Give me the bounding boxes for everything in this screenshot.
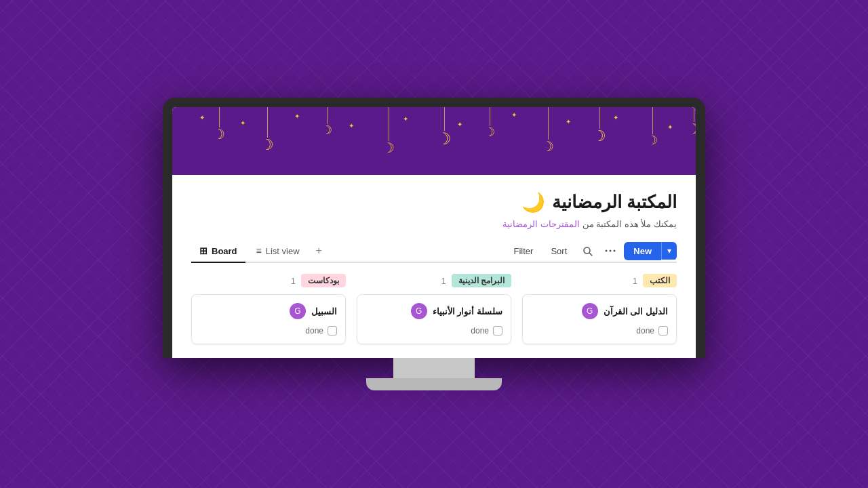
- card-checkbox-row-0: done: [531, 326, 668, 336]
- tab-board-label: Board: [212, 246, 237, 256]
- card-checkbox-2[interactable]: [328, 326, 337, 336]
- search-button[interactable]: [578, 241, 597, 260]
- svg-line-1: [589, 253, 592, 256]
- card-checkbox-1[interactable]: [493, 326, 502, 336]
- board-area: الكتب1الدليل الى القرآنGdoneالبرامج الدي…: [172, 263, 696, 358]
- board-card-1: سلسلة أنوار الأنبياءGdone: [357, 294, 511, 344]
- monitor-body: ✦✦✦✦✦✦✦✦✦✦✦☽☽☽☽☽☽☽☽☽☽ المكتبة الرمضانية …: [163, 98, 705, 358]
- filter-button[interactable]: Filter: [507, 243, 540, 260]
- banner-decoration: ✦✦✦✦✦✦✦✦✦✦✦☽☽☽☽☽☽☽☽☽☽: [172, 107, 696, 175]
- card-avatar-0: G: [582, 303, 598, 319]
- monitor-stand-top: [393, 358, 475, 378]
- new-button-group: New ▾: [624, 242, 677, 260]
- monitor-stand-base: [366, 378, 502, 390]
- more-icon: [605, 249, 616, 252]
- toolbar-actions: Filter Sort: [507, 241, 677, 260]
- svg-point-2: [606, 250, 608, 252]
- subtitle-text: يمكنك ملأ هذه المكتبة من: [583, 219, 677, 229]
- toolbar-tabs: ⊞ Board ≡ List view +: [191, 240, 328, 262]
- card-checkbox-row-2: done: [200, 326, 337, 336]
- tab-list-view[interactable]: ≡ List view: [248, 240, 308, 263]
- app-title-row: المكتبة الرمضانية 🌙: [191, 191, 677, 214]
- column-header-1: البرامج الدينية1: [357, 274, 511, 287]
- card-avatar-2: G: [290, 303, 306, 319]
- monitor-shell: ✦✦✦✦✦✦✦✦✦✦✦☽☽☽☽☽☽☽☽☽☽ المكتبة الرمضانية …: [163, 98, 705, 390]
- subtitle-link[interactable]: المقترحات الرمضانية: [502, 219, 580, 229]
- app-title: المكتبة الرمضانية: [552, 192, 677, 213]
- column-tag-2: بودكاست: [301, 274, 346, 287]
- column-count-0: 1: [633, 276, 637, 286]
- card-checkbox-row-1: done: [366, 326, 502, 336]
- svg-point-4: [614, 250, 616, 252]
- card-title-row-2: السبيلG: [200, 303, 337, 319]
- card-avatar-1: G: [411, 303, 427, 319]
- card-checkbox-0[interactable]: [658, 326, 668, 336]
- column-count-2: 1: [291, 276, 296, 286]
- new-button[interactable]: New: [624, 242, 661, 260]
- sort-button[interactable]: Sort: [544, 243, 574, 260]
- board-column-2: بودكاست1السبيلGdone: [191, 274, 346, 344]
- board-icon: ⊞: [199, 245, 208, 256]
- new-dropdown-button[interactable]: ▾: [661, 242, 677, 260]
- toolbar: ⊞ Board ≡ List view + Filter Sort: [191, 240, 677, 263]
- card-checkbox-label-2: done: [305, 326, 323, 336]
- column-tag-0: الكتب: [643, 274, 677, 287]
- ramadan-moon-icon: 🌙: [521, 191, 545, 214]
- svg-point-3: [610, 250, 612, 252]
- column-tag-1: البرامج الدينية: [452, 274, 511, 287]
- card-checkbox-label-0: done: [636, 326, 654, 336]
- column-count-1: 1: [441, 276, 446, 286]
- column-header-2: بودكاست1: [191, 274, 346, 287]
- card-title-text-2: السبيل: [311, 306, 337, 317]
- card-title-row-1: سلسلة أنوار الأنبياءG: [366, 303, 502, 319]
- board-card-0: الدليل الى القرآنGdone: [522, 294, 677, 344]
- more-button[interactable]: [601, 241, 620, 260]
- card-title-text-1: سلسلة أنوار الأنبياء: [433, 306, 502, 317]
- tab-board[interactable]: ⊞ Board: [191, 240, 245, 263]
- app-subtitle: يمكنك ملأ هذه المكتبة من المقترحات الرمض…: [191, 219, 677, 229]
- card-checkbox-label-1: done: [471, 326, 489, 336]
- board-card-2: السبيلGdone: [191, 294, 346, 344]
- list-icon: ≡: [256, 245, 262, 256]
- board-column-0: الكتب1الدليل الى القرآنGdone: [522, 274, 677, 344]
- board-column-1: البرامج الدينية1سلسلة أنوار الأنبياءGdon…: [357, 274, 511, 344]
- app-content: المكتبة الرمضانية 🌙 يمكنك ملأ هذه المكتب…: [172, 175, 696, 263]
- add-tab-button[interactable]: +: [311, 241, 328, 261]
- search-icon: [583, 246, 593, 256]
- banner: ✦✦✦✦✦✦✦✦✦✦✦☽☽☽☽☽☽☽☽☽☽: [172, 107, 696, 175]
- tab-list-label: List view: [266, 246, 300, 256]
- card-title-row-0: الدليل الى القرآنG: [531, 303, 668, 319]
- monitor-screen: ✦✦✦✦✦✦✦✦✦✦✦☽☽☽☽☽☽☽☽☽☽ المكتبة الرمضانية …: [172, 107, 696, 358]
- card-title-text-0: الدليل الى القرآن: [604, 306, 668, 317]
- column-header-0: الكتب1: [522, 274, 677, 287]
